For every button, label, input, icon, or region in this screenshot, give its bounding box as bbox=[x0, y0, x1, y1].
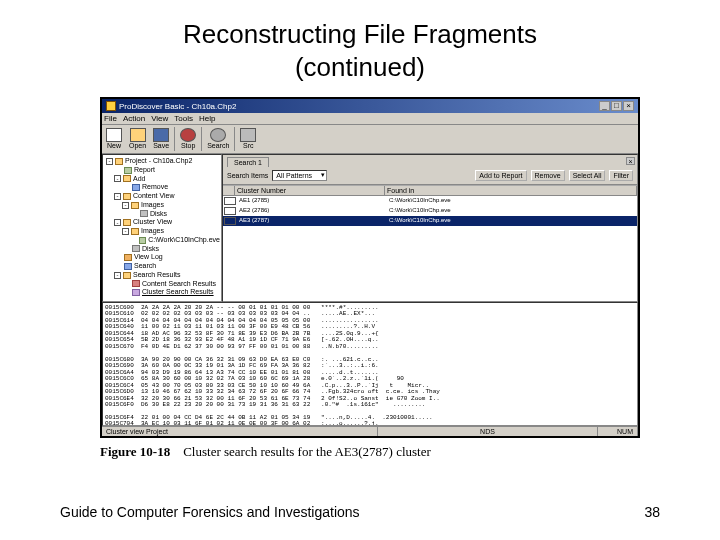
col-check bbox=[223, 186, 235, 195]
toolbar: New Open Save Stop Search Src bbox=[102, 125, 638, 154]
figure-caption: Figure 10-18 Cluster search results for … bbox=[100, 444, 640, 460]
results-header: Cluster Number Found in bbox=[223, 186, 637, 196]
tree-item[interactable]: -Project - Ch10a.Chp2 bbox=[104, 157, 220, 166]
caption-text: Cluster search results for the AE3(2787)… bbox=[183, 444, 431, 459]
toolbar-sep bbox=[234, 127, 235, 151]
status-mid: NDS bbox=[378, 427, 598, 436]
tree-item[interactable]: -Images bbox=[104, 227, 220, 236]
slide-title: Reconstructing File Fragments (continued… bbox=[0, 0, 720, 91]
tree-item[interactable]: Disks bbox=[104, 210, 220, 219]
results-pane: Search 1 × Search Items All Patterns Add… bbox=[222, 154, 638, 302]
tree-item[interactable]: Disks bbox=[104, 245, 220, 254]
tool-stop[interactable]: Stop bbox=[178, 127, 198, 151]
tool-save[interactable]: Save bbox=[151, 127, 171, 151]
app-icon bbox=[106, 101, 116, 111]
pattern-dropdown[interactable]: All Patterns bbox=[272, 170, 327, 181]
minimize-button[interactable]: _ bbox=[599, 101, 610, 111]
tool-new[interactable]: New bbox=[104, 127, 124, 151]
maximize-button[interactable]: □ bbox=[611, 101, 622, 111]
row-checkbox[interactable] bbox=[224, 207, 236, 215]
window-title: ProDiscover Basic - Ch10a.Chp2 bbox=[119, 102, 236, 111]
table-row[interactable]: AE1 (2785)C:\Work\C10InChp.eve bbox=[223, 196, 637, 206]
app-window: ProDiscover Basic - Ch10a.Chp2 _ □ × Fil… bbox=[100, 97, 640, 438]
tree-item[interactable]: Content Search Results bbox=[104, 280, 220, 289]
row-checkbox[interactable] bbox=[224, 197, 236, 205]
title-line1: Reconstructing File Fragments bbox=[183, 19, 537, 49]
add-to-report-button[interactable]: Add to Report bbox=[475, 170, 526, 181]
tool-open[interactable]: Open bbox=[127, 127, 148, 151]
remove-button[interactable]: Remove bbox=[531, 170, 565, 181]
tree-item[interactable]: -Search Results bbox=[104, 271, 220, 280]
menu-action[interactable]: Action bbox=[123, 114, 145, 123]
results-list[interactable]: Cluster Number Found in AE1 (2785)C:\Wor… bbox=[223, 185, 637, 301]
tool-search[interactable]: Search bbox=[205, 127, 231, 151]
footer-text: Guide to Computer Forensics and Investig… bbox=[60, 504, 360, 520]
tab-close-button[interactable]: × bbox=[626, 157, 635, 165]
hex-content: 0015C600 2A 2A 2A 2A 20 20 2A -- -- 00 0… bbox=[105, 305, 635, 426]
figure-area: ProDiscover Basic - Ch10a.Chp2 _ □ × Fil… bbox=[100, 97, 640, 438]
page-number: 38 bbox=[644, 504, 660, 520]
tree-item[interactable]: Report bbox=[104, 166, 220, 175]
search-items-label: Search Items bbox=[227, 172, 268, 179]
tree-item[interactable]: Search bbox=[104, 262, 220, 271]
toolbar-sep bbox=[201, 127, 202, 151]
title-line2: (continued) bbox=[295, 52, 425, 82]
caption-label: Figure 10-18 bbox=[100, 444, 170, 459]
tree-item[interactable]: View Log bbox=[104, 253, 220, 262]
menu-tools[interactable]: Tools bbox=[174, 114, 193, 123]
status-left: Cluster view Project bbox=[102, 427, 378, 436]
hex-viewer[interactable]: 0015C600 2A 2A 2A 2A 20 20 2A -- -- 00 0… bbox=[102, 302, 638, 426]
menu-help[interactable]: Help bbox=[199, 114, 215, 123]
select-all-button[interactable]: Select All bbox=[569, 170, 606, 181]
tree-item[interactable]: -Content View bbox=[104, 192, 220, 201]
menu-view[interactable]: View bbox=[151, 114, 168, 123]
menu-file[interactable]: File bbox=[104, 114, 117, 123]
status-right: NUM bbox=[598, 427, 638, 436]
tool-src[interactable]: Src bbox=[238, 127, 258, 151]
results-tabs: Search 1 × bbox=[223, 155, 637, 167]
statusbar: Cluster view Project NDS NUM bbox=[102, 426, 638, 436]
col-cluster: Cluster Number bbox=[235, 186, 385, 195]
tab-search1[interactable]: Search 1 bbox=[227, 157, 269, 167]
toolbar-sep bbox=[174, 127, 175, 151]
menubar: File Action View Tools Help bbox=[102, 113, 638, 125]
col-found: Found in bbox=[385, 186, 637, 195]
table-row[interactable]: AE3 (2787)C:\Work\C10InChp.eve bbox=[223, 216, 637, 226]
row-checkbox[interactable] bbox=[224, 217, 236, 225]
filter-button[interactable]: Filter bbox=[609, 170, 633, 181]
close-button[interactable]: × bbox=[623, 101, 634, 111]
tree-item[interactable]: Remove bbox=[104, 183, 220, 192]
tree-item[interactable]: C:\Work\C10InChp.eve bbox=[104, 236, 220, 245]
titlebar: ProDiscover Basic - Ch10a.Chp2 _ □ × bbox=[102, 99, 638, 113]
tree-item[interactable]: -Add bbox=[104, 175, 220, 184]
table-row[interactable]: AE2 (2786)C:\Work\C10InChp.eve bbox=[223, 206, 637, 216]
project-tree[interactable]: -Project - Ch10a.Chp2Report-AddRemove-Co… bbox=[102, 154, 222, 302]
tree-item[interactable]: Cluster Search Results bbox=[104, 288, 220, 297]
slide-footer: Guide to Computer Forensics and Investig… bbox=[0, 504, 720, 520]
tree-item[interactable]: -Cluster View bbox=[104, 218, 220, 227]
tree-item[interactable]: -Images bbox=[104, 201, 220, 210]
search-toolbar: Search Items All Patterns Add to Report … bbox=[223, 167, 637, 185]
